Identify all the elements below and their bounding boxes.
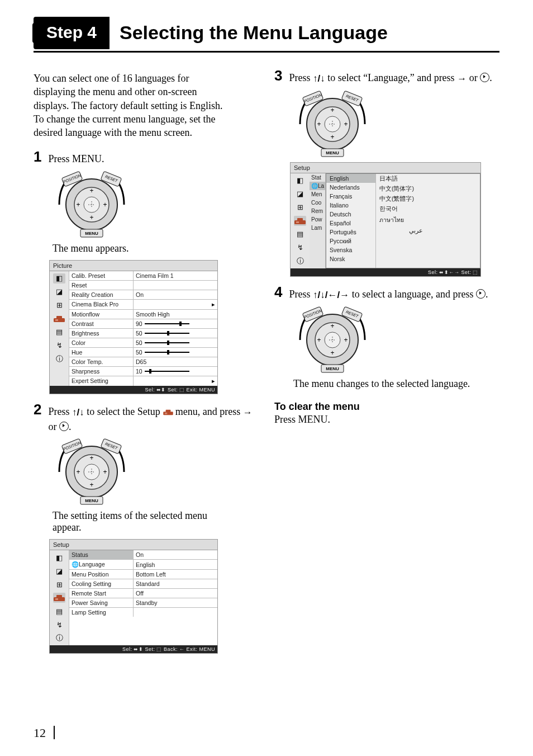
step-3: 3 Press ↑/↓ to select “Language,” and pr… — [274, 68, 499, 86]
truncated-setup-col: Stat🌐LaMenCooRemPowLam — [310, 173, 326, 268]
osd-row-value — [134, 281, 217, 290]
language-option: Nederlands — [326, 183, 375, 192]
osd-row: Remote StartOff — [69, 589, 217, 598]
step-2: 2 Press ↑/↓ to select the Setup menu, an… — [34, 402, 259, 434]
language-option: Español — [326, 219, 375, 228]
truncated-label: Lam — [310, 224, 325, 232]
page-header: Step 4 Selecting the Menu Language — [34, 17, 499, 49]
osd-row-value: Standby — [134, 598, 217, 607]
step-badge-text: Step 4 — [46, 23, 97, 41]
language-option: Norsk — [326, 254, 375, 263]
information-icon: ⓘ — [53, 354, 65, 364]
osd-footer-hints: Sel: ⬌⬍ Set: ⬚ Back: ← Exit: MENU — [50, 645, 217, 653]
osd-row-value: 50 — [134, 329, 217, 338]
picture-icon: ◧ — [53, 273, 65, 284]
remote-dpad-figure — [293, 91, 499, 158]
language-option: Italiano — [326, 201, 375, 210]
osd-row-label: Color Temp. — [69, 357, 134, 366]
step-2-caption: The setting items of the selected menu a… — [53, 510, 231, 533]
osd-row-label: Menu Position — [69, 570, 134, 579]
language-option: 한국어 — [376, 204, 426, 214]
osd-language-menu: Setup ◧ ◪ ⊞ ▤ ↯ ⓘ Stat🌐LaMenCooRemPowLam — [290, 162, 481, 277]
language-option: 中文(简体字) — [376, 184, 426, 194]
clear-menu-text: Press MENU. — [274, 414, 499, 426]
osd-footer-hints: Sel: ⬌⬍←→ Set: ⬚ — [291, 268, 480, 276]
step-text: Press ↑/↓/←/→ to select a language, and … — [289, 285, 488, 303]
language-option: Português — [326, 228, 375, 237]
osd-row-value: On — [134, 290, 217, 299]
osd-category-icons: ◧ ◪ ⊞ ▤ ↯ ⓘ — [50, 550, 69, 645]
screen-icon: ⊞ — [53, 579, 65, 589]
language-option: Svenska — [326, 245, 375, 254]
installation-icon: ↯ — [53, 341, 65, 351]
step-number: 3 — [274, 68, 282, 86]
osd-row: Reality CreationOn — [69, 290, 217, 300]
osd-footer-hints: Sel: ⬌⬍ Set: ⬚ Exit: MENU — [50, 386, 217, 394]
setup-icon — [53, 593, 65, 603]
osd-row: MotionflowSmooth High — [69, 310, 217, 319]
osd-row: Color50 — [69, 338, 217, 348]
osd-setup-menu: Setup ◧ ◪ ⊞ ▤ ↯ ⓘ StatusOn🌐LanguageEngli… — [49, 539, 218, 654]
language-option: 中文(繁體字) — [376, 194, 426, 204]
installation-icon: ↯ — [294, 243, 306, 253]
osd-row-label: Power Saving — [69, 598, 134, 607]
function-icon: ▤ — [53, 327, 65, 337]
screen-icon: ⊞ — [294, 202, 306, 212]
advanced-picture-icon: ◪ — [53, 287, 65, 297]
intro-paragraph: You can select one of 16 languages for d… — [34, 72, 223, 139]
osd-row: Cinema Black Pro▸ — [69, 300, 217, 310]
osd-row-value: Standard — [134, 579, 217, 588]
osd-row-label: Sharpness — [69, 367, 134, 376]
step-4: 4 Press ↑/↓/←/→ to select a language, an… — [274, 285, 499, 303]
step-text: Press MENU. — [48, 149, 104, 166]
setup-icon — [294, 216, 306, 226]
osd-row: StatusOn — [69, 550, 217, 560]
four-way-icon: ↑/↓/←/→ — [313, 290, 349, 300]
osd-title: Setup — [291, 163, 480, 173]
osd-row-label: Motionflow — [69, 310, 134, 319]
osd-row-value — [134, 608, 217, 617]
osd-row-value: Cinema Film 1 — [134, 271, 217, 280]
osd-row-value: 10 — [134, 367, 217, 376]
truncated-label: 🌐La — [310, 182, 325, 190]
clear-menu-heading: To clear the menu — [274, 401, 499, 413]
page-title: Selecting the Menu Language — [110, 18, 499, 48]
osd-row-value: 50 — [134, 348, 217, 357]
osd-row-value: Smooth High — [134, 310, 217, 319]
information-icon: ⓘ — [53, 633, 65, 643]
language-option: Русский — [326, 237, 375, 245]
osd-row-value: 90 — [134, 319, 217, 328]
osd-row-label: Calib. Preset — [69, 271, 134, 280]
osd-picture-menu: Picture ◧ ◪ ⊞ ▤ ↯ ⓘ Calib. PresetCinema … — [49, 260, 218, 394]
advanced-picture-icon: ◪ — [53, 566, 65, 576]
osd-row-value: English — [134, 560, 217, 569]
up-down-icon: ↑/↓ — [313, 73, 325, 84]
osd-row-label: 🌐Language — [69, 560, 134, 569]
picture-icon: ◧ — [294, 176, 306, 186]
page-number: 12 — [34, 726, 55, 740]
screen-icon: ⊞ — [53, 300, 65, 310]
osd-category-icons: ◧ ◪ ⊞ ▤ ↯ ⓘ — [50, 271, 69, 386]
right-arrow-icon: → — [243, 407, 253, 418]
language-option: ภาษาไทย — [376, 214, 426, 226]
osd-row: Reset — [69, 281, 217, 290]
osd-row-value: D65 — [134, 357, 217, 366]
remote-dpad-figure — [53, 438, 259, 505]
language-column-1: EnglishNederlandsFrançaisItalianoDeutsch… — [326, 174, 376, 268]
enter-button-icon — [59, 422, 69, 431]
osd-row: Hue50 — [69, 348, 217, 357]
remote-dpad-figure — [293, 306, 499, 374]
step-number: 4 — [274, 285, 282, 303]
setup-icon — [163, 405, 173, 413]
step-text: Press ↑/↓ to select “Language,” and pres… — [289, 68, 492, 86]
osd-row-label: Reality Creation — [69, 290, 134, 299]
step-1-caption: The menu appears. — [53, 243, 231, 254]
truncated-label: Rem — [310, 207, 325, 215]
information-icon: ⓘ — [294, 256, 306, 266]
osd-row: Cooling SettingStandard — [69, 579, 217, 589]
remote-dpad-figure — [53, 171, 259, 238]
osd-row: Menu PositionBottom Left — [69, 570, 217, 579]
step-4-caption: The menu changes to the selected languag… — [293, 378, 472, 390]
osd-row: Power SavingStandby — [69, 598, 217, 608]
setup-icon — [53, 314, 65, 324]
